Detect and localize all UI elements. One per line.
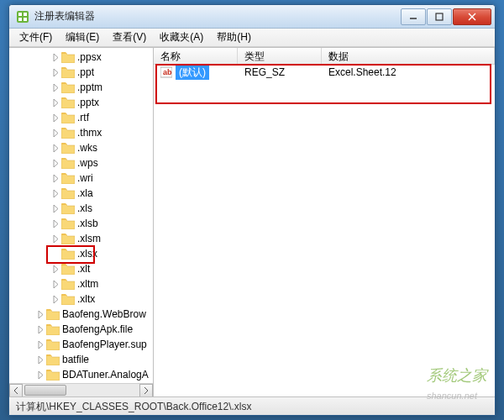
- tree-node-label: .xlt: [77, 263, 90, 275]
- tree-node[interactable]: .xlt: [9, 261, 153, 276]
- expander-icon[interactable]: [50, 202, 61, 214]
- string-value-icon: ab: [160, 66, 172, 78]
- list-pane: 名称 类型 数据 ab (默认) REG_SZ Excel.Sheet.12: [154, 48, 495, 396]
- tree-node-label: BaofengPlayer.sup: [62, 339, 147, 350]
- tree-node-label: .pptm: [77, 81, 102, 93]
- expander-icon[interactable]: [50, 263, 61, 275]
- minimize-button[interactable]: [401, 8, 426, 25]
- svg-rect-3: [18, 18, 22, 21]
- column-name[interactable]: 名称: [154, 48, 238, 64]
- value-name: (默认): [176, 66, 209, 80]
- svg-rect-2: [24, 13, 27, 16]
- menubar: 文件(F) 编辑(E) 查看(V) 收藏夹(A) 帮助(H): [9, 29, 495, 47]
- expander-icon[interactable]: [34, 308, 46, 320]
- watermark-main: 系统之家: [427, 367, 487, 384]
- value-data: Excel.Sheet.12: [322, 66, 495, 78]
- expander-icon[interactable]: [50, 112, 61, 123]
- expander-icon[interactable]: [50, 187, 61, 199]
- expander-icon[interactable]: [50, 293, 61, 305]
- svg-rect-1: [18, 13, 22, 16]
- tree-node[interactable]: .wps: [9, 155, 153, 171]
- scroll-right-button[interactable]: [139, 384, 153, 396]
- tree-node[interactable]: .pptm: [9, 80, 153, 95]
- tree-node[interactable]: .thmx: [9, 125, 153, 140]
- tree-node-label: .thmx: [77, 127, 102, 139]
- expander-icon[interactable]: [50, 157, 61, 169]
- expander-icon[interactable]: [34, 354, 46, 365]
- menu-file[interactable]: 文件(F): [13, 29, 59, 46]
- expander-icon[interactable]: [34, 369, 46, 381]
- scroll-left-button[interactable]: [9, 384, 23, 396]
- scroll-track[interactable]: [23, 384, 139, 396]
- close-button[interactable]: [453, 8, 491, 25]
- expander-icon[interactable]: [34, 339, 46, 350]
- tree-node[interactable]: .xlsx: [9, 246, 153, 261]
- tree-node-label: .wps: [77, 157, 98, 169]
- tree-node-label: .wks: [77, 142, 97, 154]
- window-title: 注册表编辑器: [34, 9, 401, 24]
- expander-icon[interactable]: [50, 278, 61, 290]
- tree-node-label: .xlsb: [77, 218, 98, 229]
- list-row[interactable]: ab (默认) REG_SZ Excel.Sheet.12: [154, 65, 495, 80]
- tree-node-label: .wri: [77, 172, 93, 184]
- status-path: 计算机\HKEY_CLASSES_ROOT\Back.Office12\.xls…: [16, 401, 252, 412]
- tree-node[interactable]: Baofeng.WebBrow: [9, 307, 153, 322]
- tree-node[interactable]: .xla: [9, 186, 153, 201]
- menu-edit[interactable]: 编辑(E): [59, 29, 106, 46]
- tree-node[interactable]: BDATuner.AnalogA: [9, 367, 153, 382]
- expander-icon[interactable]: [50, 127, 61, 139]
- tree-node[interactable]: .pptx: [9, 95, 153, 110]
- tree-node[interactable]: .xlsb: [9, 216, 153, 231]
- menu-favorites[interactable]: 收藏夹(A): [153, 29, 210, 46]
- value-type: REG_SZ: [238, 66, 322, 78]
- tree-node[interactable]: .xlsm: [9, 231, 153, 246]
- tree-node-label: .xlsx: [77, 248, 97, 260]
- titlebar[interactable]: 注册表编辑器: [9, 5, 495, 29]
- expander-icon[interactable]: [50, 233, 61, 244]
- scroll-thumb[interactable]: [24, 385, 66, 396]
- svg-rect-6: [436, 13, 443, 20]
- expander-icon[interactable]: [50, 172, 61, 184]
- value-name-cell: ab (默认): [154, 66, 238, 80]
- tree-node[interactable]: .ppt: [9, 65, 153, 80]
- menu-view[interactable]: 查看(V): [106, 29, 153, 46]
- tree-node[interactable]: .xls: [9, 201, 153, 216]
- tree-node[interactable]: .xltx: [9, 291, 153, 307]
- expander-icon[interactable]: [50, 51, 61, 63]
- expander-icon[interactable]: [34, 323, 46, 335]
- horizontal-scrollbar[interactable]: [9, 383, 153, 396]
- expander-icon[interactable]: [50, 142, 61, 154]
- tree-node-label: .pptx: [77, 97, 99, 108]
- expander-icon[interactable]: [50, 248, 61, 260]
- expander-icon[interactable]: [50, 66, 61, 78]
- expander-icon[interactable]: [50, 81, 61, 93]
- maximize-button[interactable]: [427, 8, 452, 25]
- tree-node-label: batfile: [62, 354, 89, 365]
- tree-node[interactable]: .ppsx: [9, 50, 153, 65]
- tree-node[interactable]: .xltm: [9, 276, 153, 291]
- tree-node[interactable]: batfile: [9, 352, 153, 367]
- column-data[interactable]: 数据: [322, 48, 495, 64]
- tree-node-label: .xlsm: [77, 233, 101, 244]
- tree-node[interactable]: .wri: [9, 171, 153, 186]
- content-area: .ppsx.ppt.pptm.pptx.rtf.thmx.wks.wps.wri…: [9, 47, 495, 396]
- watermark: 系统之家 shancun.net: [427, 365, 487, 403]
- tree-node-label: Baofeng.WebBrow: [62, 308, 146, 320]
- menu-help[interactable]: 帮助(H): [210, 29, 258, 46]
- window-controls: [401, 8, 491, 25]
- tree-node-label: .ppt: [77, 66, 94, 78]
- tree-node-label: .ppsx: [77, 51, 102, 63]
- watermark-sub: shancun.net: [427, 391, 477, 401]
- tree-node[interactable]: BaofengPlayer.sup: [9, 337, 153, 352]
- tree-node-label: .xltm: [77, 278, 98, 290]
- list-body[interactable]: ab (默认) REG_SZ Excel.Sheet.12: [154, 65, 495, 396]
- tree-node[interactable]: BaofengApk.file: [9, 322, 153, 337]
- tree-node[interactable]: .rtf: [9, 110, 153, 125]
- expander-icon[interactable]: [50, 97, 61, 108]
- expander-icon[interactable]: [50, 218, 61, 229]
- tree-node-label: .xla: [77, 187, 93, 199]
- column-type[interactable]: 类型: [238, 48, 322, 64]
- tree-node[interactable]: .wks: [9, 140, 153, 155]
- tree-node-label: BDATuner.AnalogA: [62, 369, 149, 381]
- tree-scroll[interactable]: .ppsx.ppt.pptm.pptx.rtf.thmx.wks.wps.wri…: [9, 48, 153, 383]
